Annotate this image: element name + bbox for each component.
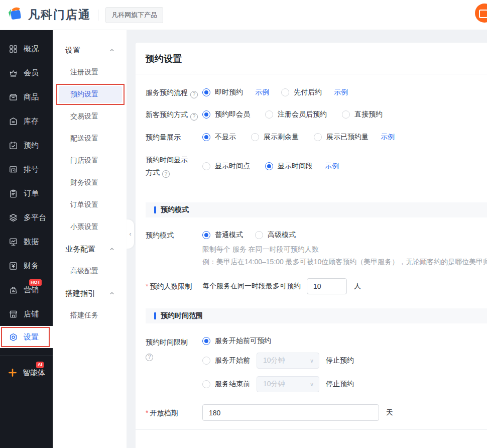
chevron-down-icon: ∨ [310,358,314,364]
booking-settings-card: 预约设置 服务预约流程? 即时预约 示例 先付后约 [136,43,487,448]
section-accent-bar [154,312,156,319]
sidebar-item-members[interactable]: 会员 [0,61,53,85]
gear-icon [9,332,18,342]
option-direct-booking[interactable]: 直接预约 [342,110,383,119]
primary-sidebar: 概况 会员 商品 库存 预约 排号 订单 多平台 数据 财务 营销 HOT [0,30,53,448]
field-label: 预约时间限制 ? [146,337,202,392]
option-bookable-before-start[interactable]: 服务开始前可预约 [202,337,487,346]
sidebar-item-marketing[interactable]: 营销 HOT [0,278,53,302]
app-header: 凡科门店通 凡科网旗下产品 [0,0,487,30]
help-icon[interactable]: ? [190,91,198,98]
option-time-point[interactable]: 显示时间点 [202,162,250,171]
radio-checked[interactable] [265,162,273,170]
radio-unchecked[interactable] [202,162,210,170]
submenu-item-booking-settings[interactable]: 预约设置 [53,83,127,105]
monitor-icon [9,237,18,247]
sidebar-item-agent[interactable]: 智能体 AI [0,361,53,385]
mode-hint-1: 限制每个 服务 在同一时段可预约人数 [202,243,487,256]
option-pay-first[interactable]: 先付后约 [281,88,322,97]
radio-unchecked[interactable] [265,110,273,119]
radio-unchecked[interactable] [342,110,350,119]
hot-badge: HOT [29,279,42,286]
example-link[interactable]: 示例 [334,88,348,97]
help-icon[interactable]: ? [146,354,153,361]
title-divider [136,74,487,74]
radio-unchecked[interactable] [255,231,263,239]
ticket-icon [9,165,18,174]
row-open-schedule: *开放档期 天 [146,404,487,421]
option-stop-before-end[interactable]: 服务结束前 10分钟 ∨ 停止预约 [202,376,487,392]
submenu-group-settings[interactable]: 设置 [53,39,127,61]
sidebar-item-overview[interactable]: 概况 [0,37,53,61]
submenu-group-setup-guide[interactable]: 搭建指引 [53,282,127,304]
floating-action-button[interactable] [475,4,487,23]
option-stop-before-start[interactable]: 服务开始前 10分钟 ∨ 停止预约 [202,353,487,369]
yen-icon [9,261,18,271]
submenu-item-order-settings[interactable]: 订单设置 [53,194,127,216]
sidebar-item-booking[interactable]: 预约 [0,133,53,157]
help-icon[interactable]: ? [162,170,170,178]
submenu-item-delivery-settings[interactable]: 配送设置 [53,128,127,150]
example-link[interactable]: 示例 [255,88,269,97]
submenu-item-advanced-config[interactable]: 高级配置 [53,260,127,282]
option-show-booked[interactable]: 展示已预约量 [314,133,369,142]
help-icon[interactable]: ? [190,113,198,121]
radio-unchecked[interactable] [314,133,322,141]
submenu-item-finance-settings[interactable]: 财务设置 [53,172,127,194]
option-register-then-book[interactable]: 注册会员后预约 [265,110,327,119]
radio-checked[interactable] [202,133,210,141]
sidebar-item-orders[interactable]: 订单 [0,181,53,205]
option-booking-as-member[interactable]: 预约即会员 [202,110,250,119]
minutes-select-disabled[interactable]: 10分钟 ∨ [257,376,319,392]
option-time-range[interactable]: 显示时间段 [265,162,313,171]
sidebar-item-queue[interactable]: 排号 [0,157,53,181]
field-label: *预约人数限制 [146,278,202,294]
radio-unchecked[interactable] [251,133,259,141]
field-label: 预约量展示 [146,132,202,143]
radio-unchecked[interactable] [202,357,210,365]
box-icon [9,92,18,102]
submenu-item-receipt-settings[interactable]: 小票设置 [53,216,127,238]
radio-checked[interactable] [202,110,210,119]
settings-submenu: 设置 注册设置 预约设置 交易设置 配送设置 门店设置 财务设置 订单设置 小票… [53,30,127,448]
page-title: 预约设置 [136,43,487,74]
section-accent-bar [154,206,156,213]
example-link[interactable]: 示例 [325,162,339,171]
required-asterisk: * [146,409,148,417]
field-label: *开放档期 [146,407,202,418]
field-label: 新客预约方式? [146,109,202,120]
submenu-item-trade-settings[interactable]: 交易设置 [53,105,127,128]
option-advanced-mode[interactable]: 高级模式 [255,231,296,240]
option-hide[interactable]: 不显示 [202,133,236,142]
sidebar-item-finance[interactable]: 财务 [0,254,53,278]
radio-checked[interactable] [202,88,210,96]
radio-checked[interactable] [202,231,210,239]
sidebar-item-multiplatform[interactable]: 多平台 [0,205,53,230]
logo-text: 凡科门店通 [28,7,91,23]
sidebar-item-store[interactable]: 店铺 [0,302,53,326]
submenu-group-business-config[interactable]: 业务配置 [53,238,127,260]
submenu-item-register-settings[interactable]: 注册设置 [53,61,127,83]
schedule-days-input[interactable] [202,404,379,421]
header-product-badge: 凡科网旗下产品 [105,7,163,23]
sidebar-collapse-handle[interactable]: ‹ [127,219,134,249]
radio-unchecked[interactable] [281,88,289,96]
option-instant-booking[interactable]: 即时预约 [202,88,243,97]
submenu-item-setup-task[interactable]: 搭建任务 [53,304,127,326]
sidebar-item-data[interactable]: 数据 [0,230,53,254]
row-new-customer-mode: 新客预约方式? 预约即会员 注册会员后预约 直接预约 [146,109,487,120]
capacity-input[interactable] [307,278,347,294]
example-link[interactable]: 示例 [381,133,395,142]
option-show-remaining[interactable]: 展示剩余量 [251,133,299,142]
sidebar-item-inventory[interactable]: 库存 [0,109,53,133]
sidebar-item-settings[interactable]: 设置 [0,326,53,348]
radio-checked[interactable] [202,337,210,345]
clipboard-icon [9,189,18,198]
chevron-down-icon: ∨ [310,381,314,388]
app-logo[interactable]: 凡科门店通 [7,7,91,24]
sidebar-item-products[interactable]: 商品 [0,85,53,109]
submenu-item-store-settings[interactable]: 门店设置 [53,150,127,172]
option-normal-mode[interactable]: 普通模式 [202,231,243,240]
minutes-select-disabled[interactable]: 10分钟 ∨ [257,353,319,369]
radio-unchecked[interactable] [202,380,210,388]
